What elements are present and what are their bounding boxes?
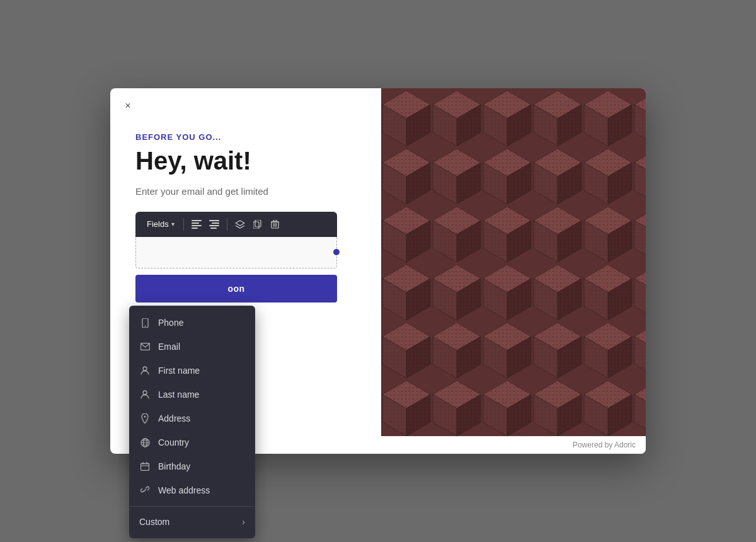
- dropdown-item-webaddress[interactable]: Web address: [129, 478, 255, 502]
- svg-rect-2: [192, 225, 202, 226]
- svg-point-21: [144, 416, 146, 418]
- dropdown-item-address[interactable]: Address: [129, 407, 255, 430]
- dropdown-custom-label: Custom: [139, 517, 169, 527]
- svg-rect-5: [212, 222, 219, 224]
- svg-rect-3: [192, 228, 198, 229]
- toolbar-divider-1: [183, 218, 184, 231]
- pattern-background: [381, 88, 646, 436]
- fields-label: Fields: [147, 219, 169, 229]
- dropdown-item-email[interactable]: Email: [129, 335, 255, 359]
- svg-rect-7: [210, 228, 217, 229]
- powered-by-bar: Powered by Adoric: [381, 436, 646, 454]
- dropdown-webaddress-label: Web address: [158, 485, 210, 495]
- email-icon: [139, 341, 151, 352]
- dropdown-separator: [129, 506, 255, 507]
- close-button[interactable]: ×: [120, 98, 135, 113]
- dropdown-address-label: Address: [158, 413, 190, 424]
- modal-right-panel: Powered by Adoric: [381, 88, 646, 454]
- delete-button[interactable]: [266, 216, 284, 233]
- field-toolbar: Fields ▾: [135, 212, 337, 237]
- birthday-icon: [139, 461, 151, 472]
- svg-point-19: [143, 367, 147, 371]
- dropdown-email-label: Email: [158, 342, 180, 352]
- email-input-area[interactable]: [135, 237, 337, 268]
- dropdown-country-label: Country: [158, 437, 189, 447]
- dropdown-item-custom[interactable]: Custom ›: [129, 510, 255, 533]
- svg-rect-0: [192, 220, 202, 221]
- align-right-button[interactable]: [205, 216, 223, 233]
- svg-point-17: [144, 325, 146, 326]
- svg-rect-1: [192, 222, 199, 224]
- powered-by-text: Powered by Adoric: [573, 441, 636, 449]
- dropdown-lastname-label: Last name: [158, 389, 199, 400]
- fields-dropdown-button[interactable]: Fields ▾: [142, 217, 180, 231]
- svg-rect-9: [255, 220, 261, 227]
- chevron-down-icon: ▾: [171, 221, 175, 228]
- cta-button[interactable]: oon: [135, 275, 337, 303]
- dropdown-item-lastname[interactable]: Last name: [129, 383, 255, 407]
- dropdown-item-country[interactable]: Country: [129, 430, 255, 454]
- headline: Hey, wait!: [135, 147, 356, 175]
- svg-rect-40: [381, 88, 646, 436]
- svg-rect-8: [253, 222, 259, 229]
- resize-handle[interactable]: [333, 249, 340, 255]
- dropdown-phone-label: Phone: [158, 318, 183, 328]
- toolbar-divider-2: [227, 218, 227, 231]
- dropdown-item-firstname[interactable]: First name: [129, 359, 255, 383]
- webaddress-icon: [139, 485, 151, 496]
- subtext: Enter your email and get limited: [135, 185, 356, 199]
- modal: × BEFORE YOU GO... Hey, wait! Enter your…: [110, 88, 646, 454]
- chevron-right-icon: ›: [242, 517, 245, 527]
- layers-button[interactable]: [231, 216, 249, 233]
- phone-icon: [139, 317, 151, 328]
- align-left-button[interactable]: [188, 216, 205, 233]
- dropdown-firstname-label: First name: [158, 366, 200, 376]
- svg-rect-6: [209, 225, 219, 226]
- svg-point-20: [143, 391, 147, 395]
- svg-rect-27: [141, 464, 149, 471]
- svg-rect-12: [273, 220, 277, 222]
- before-label: BEFORE YOU GO...: [135, 132, 356, 142]
- duplicate-button[interactable]: [249, 216, 266, 233]
- dropdown-birthday-label: Birthday: [158, 461, 190, 471]
- dropdown-item-phone[interactable]: Phone: [129, 311, 255, 335]
- lastname-icon: [139, 389, 151, 400]
- country-icon: [139, 437, 151, 448]
- fields-dropdown-menu: Phone Email First name: [129, 306, 255, 538]
- address-icon: [139, 413, 151, 424]
- svg-rect-4: [209, 220, 219, 221]
- modal-left-panel: × BEFORE YOU GO... Hey, wait! Enter your…: [110, 88, 381, 454]
- firstname-icon: [139, 365, 151, 376]
- dropdown-item-birthday[interactable]: Birthday: [129, 454, 255, 478]
- cube-pattern-svg: [381, 88, 646, 436]
